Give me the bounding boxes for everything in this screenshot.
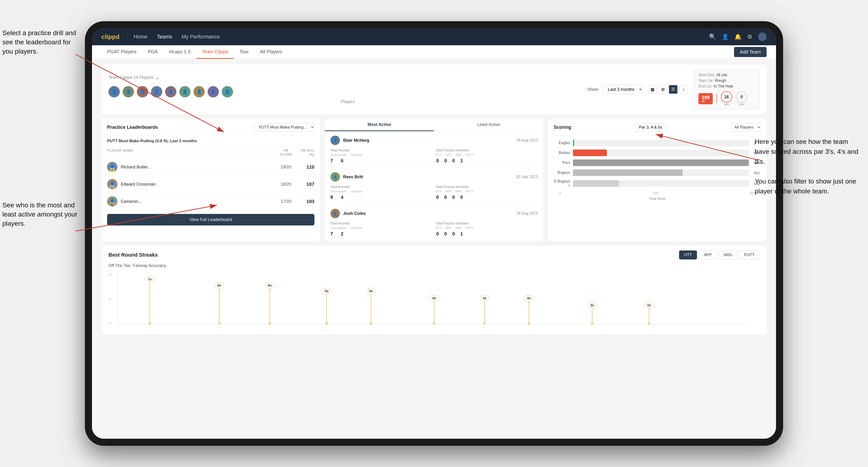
nav-teams[interactable]: Teams — [157, 34, 172, 40]
subnav-tour[interactable]: Tour — [234, 45, 254, 59]
avatar-2[interactable]: 👤 — [123, 86, 134, 97]
lb-avg-1: 110 — [296, 164, 314, 170]
show-dropdown[interactable]: Last 3 months — [603, 85, 643, 94]
lb-avatar-2: 👤 2 — [107, 179, 118, 189]
pin-3x-2: 3x — [644, 301, 654, 324]
chart-xlabel: Total Shots — [554, 197, 761, 203]
pin-6x-2: 6x — [266, 281, 275, 324]
start-lie-val: Rough — [715, 79, 726, 83]
subnav-hcaps[interactable]: Hcaps 1-5 — [163, 45, 196, 59]
view-sort-btn[interactable]: ↕ — [679, 85, 688, 94]
rounds-section-rees: Total Rounds Tournament Practice 8 4 — [331, 185, 433, 200]
total-rounds-label: Total Rounds — [331, 148, 433, 152]
scoring-title: Scoring — [554, 125, 571, 130]
chart-area: 7x 6x 6x — [118, 273, 750, 325]
activities-sublabels: OTT APP ARG PUTT — [435, 153, 537, 157]
streak-filter-app[interactable]: APP — [699, 250, 717, 259]
right-yards-circle: 0 yds — [736, 91, 747, 106]
lb-row-1[interactable]: 👤 🥇 Richard Butler... 19/20 110 — [101, 158, 320, 176]
avatar-9[interactable]: 👤 — [222, 86, 233, 97]
lb-avatar-1: 👤 🥇 — [107, 162, 118, 172]
shot-dist-label: Shot Dist: — [699, 73, 715, 77]
lb-score-2: 18/20 — [277, 182, 296, 187]
add-team-button[interactable]: Add Team — [734, 47, 767, 57]
activity-card-rees: 👤 Rees Britt 02 Sep 2023 Total Rounds To… — [325, 168, 544, 205]
col-player-name: PLAYER NAME — [107, 148, 277, 156]
main-content: Team Clippd 14 Players ✏ 👤 👤 👤 👤 👤 👤 👤 👤 — [92, 59, 776, 439]
lb-score-3: 17/20 — [277, 199, 296, 204]
subnav-teamclippd[interactable]: Team Clippd — [196, 45, 234, 59]
badge-gold: 🥇 — [110, 168, 115, 172]
avatar-7[interactable]: 👤 — [193, 86, 205, 97]
streak-filter-arg[interactable]: ARG — [719, 250, 737, 259]
subnav-allplayers[interactable]: All Players — [254, 45, 288, 59]
streaks-chart: 8 6 4 7x 6x — [118, 273, 750, 325]
birdies-track — [573, 150, 749, 156]
avatar-6[interactable]: 👤 — [179, 86, 191, 97]
nav-home[interactable]: Home — [134, 34, 148, 40]
activities-label: Total Practice Activities — [435, 148, 537, 152]
bogeys-track — [573, 169, 749, 176]
streak-filter-putt[interactable]: PUTT — [739, 250, 760, 259]
left-yards-circle: 16 yds — [721, 91, 732, 106]
edit-icon[interactable]: ✏ — [156, 76, 159, 81]
pin-4x-2: 4x — [480, 294, 489, 324]
activity-card-josh: 👤 Josh Coles 26 Aug 2023 Total Rounds To… — [325, 205, 544, 241]
subnav-pgat[interactable]: PGAT Players — [101, 45, 142, 59]
activities-section: Total Practice Activities OTT APP ARG PU… — [435, 148, 537, 163]
apc-header-rees: 👤 Rees Britt 02 Sep 2023 — [331, 172, 538, 182]
shot-dist-val: 16 yds — [716, 73, 727, 77]
leaderboard-subtitle: PUTT Must Make Putting (3-6 ft), Last 3 … — [101, 136, 320, 147]
user-avatar[interactable] — [758, 33, 767, 41]
scoring-filter2[interactable]: All Players — [730, 123, 761, 131]
avatar-3[interactable]: 👤 — [137, 86, 148, 97]
navbar-links: Home Teams My Performance — [134, 34, 709, 40]
tab-most-active[interactable]: Most Active — [325, 119, 434, 131]
pars-label: Pars — [554, 161, 570, 165]
settings-icon[interactable]: ⚙ — [747, 33, 752, 40]
view-grid2-btn[interactable]: ⊞ — [658, 85, 667, 94]
avatar-4[interactable]: 👤 — [151, 86, 162, 97]
bar-dbogeys-row: D.Bogeys + 131 — [554, 179, 761, 188]
activity-tabs: Most Active Least Active — [325, 119, 544, 131]
view-list-btn[interactable]: ☰ — [669, 85, 677, 94]
eagles-fill — [573, 139, 574, 146]
rounds-section: Total Rounds Tournament Practice 7 6 — [331, 148, 433, 163]
avatar-5[interactable]: 👤 — [165, 86, 177, 97]
scoring-panel: Scoring Par 3, 4 & 5s All Players Eagles — [548, 119, 767, 241]
scoring-filter1[interactable]: Par 3, 4 & 5s — [636, 123, 665, 131]
bogeys-fill — [573, 169, 682, 176]
apc-date-rees: 02 Sep 2023 — [516, 175, 538, 179]
bell-icon[interactable]: 🔔 — [735, 33, 742, 40]
streak-filter-ott[interactable]: OTT — [679, 250, 697, 259]
avatar-1[interactable]: 👤 — [108, 86, 120, 97]
nav-performance[interactable]: My Performance — [182, 34, 220, 40]
lb-avatar-3: 👤 3 — [107, 196, 118, 207]
pin-6x-1: 6x — [215, 281, 224, 324]
show-selector: Show: Last 3 months — [587, 85, 643, 94]
search-icon[interactable]: 🔍 — [709, 33, 716, 40]
end-lie-label: End Lie: — [699, 84, 712, 88]
avatar-8[interactable]: 👤 — [208, 86, 219, 97]
end-lie-val: In The Hole — [714, 84, 733, 88]
subnav-pga[interactable]: PGA — [142, 45, 163, 59]
apc-header-josh: 👤 Josh Coles 26 Aug 2023 — [331, 209, 538, 218]
drill-dropdown[interactable]: PUTT Must Make Putting... — [254, 123, 314, 131]
streaks-title: Best Round Streaks — [108, 252, 158, 258]
birdies-fill — [573, 150, 607, 156]
lb-column-headers: PLAYER NAME PB SCORE PB AVG SQ — [101, 147, 320, 158]
people-icon[interactable]: 👤 — [722, 33, 729, 40]
lb-row-2[interactable]: 👤 2 Edward Crossman 18/20 107 — [101, 176, 320, 193]
view-leaderboard-button[interactable]: View Full Leaderboard — [107, 214, 314, 225]
bar-birdies-row: Birdies 96 — [554, 150, 761, 156]
bar-chart: Eagles 3 Birdies 96 — [548, 136, 767, 207]
col-pb-score: PB SCORE — [277, 148, 296, 156]
activities-section-josh: Total Practice Activities OTT APP ARG PU… — [435, 221, 537, 237]
pars-track — [573, 159, 749, 166]
apc-stats-blair: Total Rounds Tournament Practice 7 6 — [331, 148, 538, 163]
annotation-right: Here you can see how the team have score… — [755, 137, 859, 196]
view-grid-btn[interactable]: ▦ — [648, 85, 657, 94]
lb-row-3[interactable]: 👤 3 Cameron... 17/20 103 — [101, 193, 320, 210]
tab-least-active[interactable]: Least Active — [434, 119, 543, 131]
col-pb-avg: PB AVG SQ — [296, 148, 314, 156]
